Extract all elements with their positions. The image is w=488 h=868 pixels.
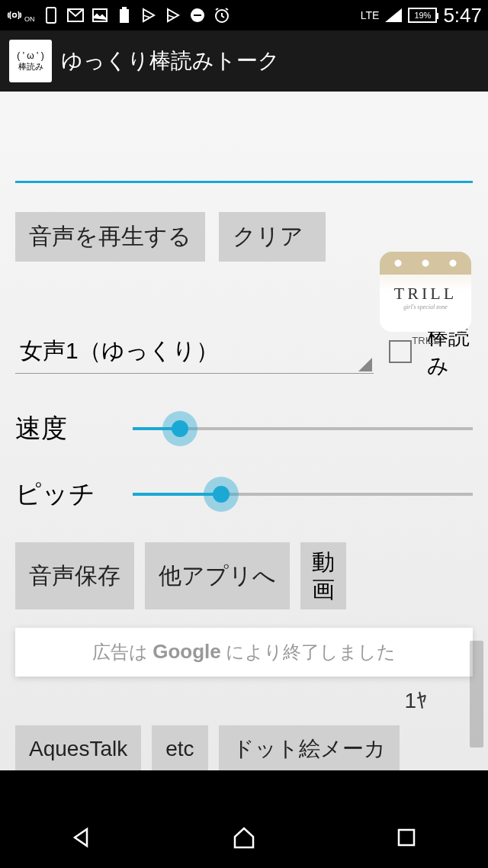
trill-logo: TRILL — [394, 284, 457, 304]
svg-point-0 — [13, 14, 17, 18]
on-label: ON — [24, 15, 35, 23]
save-button[interactable]: 音声保存 — [15, 542, 134, 609]
svg-rect-7 — [194, 14, 201, 16]
video-button[interactable]: 動画 — [300, 542, 346, 609]
svg-rect-1 — [47, 8, 56, 23]
recent-button[interactable] — [391, 822, 422, 853]
play-button[interactable]: 音声を再生する — [15, 212, 205, 262]
battery-icon: 19% — [408, 8, 437, 23]
signal-icon — [385, 7, 402, 24]
aquestalk-button[interactable]: AquesTalk — [15, 725, 141, 773]
image-icon — [92, 7, 108, 24]
svg-rect-9 — [399, 830, 414, 845]
divider-bar — [0, 770, 488, 807]
network-label: LTE — [361, 9, 380, 21]
speed-slider[interactable] — [133, 427, 473, 430]
clock: 5:47 — [443, 4, 482, 27]
app-icon: ( ' ω ' ) 棒読み — [9, 40, 52, 82]
partial-text: 1ﾔ — [15, 689, 473, 713]
pitch-slider[interactable] — [133, 493, 473, 496]
other-apps-button[interactable]: 他アプリへ — [145, 542, 290, 609]
etc-button[interactable]: etc — [152, 725, 207, 773]
vibrate-icon — [6, 7, 23, 24]
trill-tagline: girl's special zone — [403, 304, 448, 310]
navigation-bar — [0, 807, 488, 868]
app-bar: ( ' ω ' ) 棒読み ゆっくり棒読みトーク — [0, 31, 488, 92]
svg-rect-4 — [120, 9, 129, 23]
back-button[interactable] — [66, 822, 97, 853]
play-icon-2 — [165, 7, 181, 24]
dotmaker-button[interactable]: ドット絵メーカ — [219, 725, 400, 773]
clear-button[interactable]: クリア — [219, 212, 326, 262]
gmail-icon — [67, 7, 84, 24]
app-title: ゆっくり棒読みトーク — [61, 47, 280, 76]
dnd-icon — [189, 7, 206, 24]
home-button[interactable] — [229, 822, 259, 853]
play-icon-1 — [140, 7, 157, 24]
phone-icon — [43, 7, 59, 24]
scrollbar[interactable] — [470, 641, 483, 747]
speed-label: 速度 — [15, 411, 114, 446]
trill-ad[interactable]: TRILL girl's special zone TRILL — [380, 252, 471, 346]
svg-rect-5 — [122, 7, 127, 9]
battery-saver-icon — [116, 7, 133, 24]
voice-spinner[interactable]: 女声1（ゆっくり） — [15, 330, 374, 374]
trill-caption: TRILL — [380, 335, 471, 346]
google-logo: Google — [152, 640, 221, 663]
status-bar: ON LTE 19% 5:47 — [0, 0, 488, 31]
pitch-label: ピッチ — [15, 477, 114, 512]
alarm-icon — [214, 7, 230, 24]
text-input[interactable] — [15, 137, 473, 183]
google-ad-closed: 広告は Google により終了しました — [15, 628, 473, 677]
